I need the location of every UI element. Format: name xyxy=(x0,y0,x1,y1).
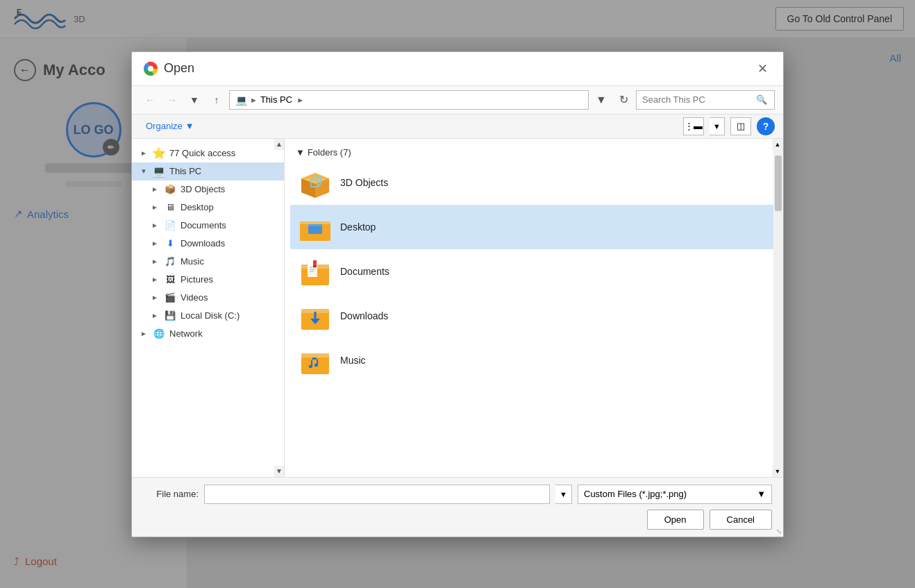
file-open-dialog: Open ✕ ← → ▼ ↑ 💻 ► This PC ► ▼ ↻ 🔍 xyxy=(131,51,784,537)
folder-desktop-icon xyxy=(299,210,332,244)
sidebar-item-local-disk[interactable]: ► 💾 Local Disk (C:) xyxy=(132,307,284,325)
sidebar-item-desktop[interactable]: ► 🖥 Desktop xyxy=(132,199,284,217)
nav-recent-dropdown-button[interactable]: ▼ xyxy=(185,90,204,110)
expand-icon: ► xyxy=(151,185,160,193)
desktop-label: Desktop xyxy=(181,202,214,212)
3d-objects-icon: 📦 xyxy=(164,183,176,196)
this-pc-label: This PC xyxy=(169,166,201,176)
svg-rect-14 xyxy=(300,221,330,224)
expand-icon: ► xyxy=(151,312,160,319)
address-dropdown-button[interactable]: ▼ xyxy=(591,90,611,110)
folder-desktop-label: Desktop xyxy=(340,221,376,233)
expand-icon: ▼ xyxy=(140,167,149,175)
music-icon: 🎵 xyxy=(164,255,176,268)
view-options-button[interactable]: ⋮▬ xyxy=(683,117,704,135)
dialog-titlebar: Open ✕ xyxy=(132,52,783,86)
expand-icon: ► xyxy=(151,258,160,265)
resize-grip[interactable]: ⤡ xyxy=(776,528,782,535)
downloads-label: Downloads xyxy=(181,238,225,249)
folders-collapse-icon: ▼ xyxy=(296,147,305,158)
view-icon: ⋮▬ xyxy=(685,121,703,131)
svg-point-2 xyxy=(148,66,153,72)
folder-documents[interactable]: Documents xyxy=(290,249,778,294)
folder-downloads-label: Downloads xyxy=(340,310,388,321)
dialog-toolbar: Organize ▼ ⋮▬ ▼ ◫ ? xyxy=(132,115,783,139)
files-scroll-down-button[interactable]: ▼ xyxy=(772,466,783,477)
search-box: 🔍 xyxy=(636,90,775,110)
desktop-icon: 🖥 xyxy=(164,201,176,214)
address-text: This PC xyxy=(260,94,292,105)
sidebar-item-3d-objects[interactable]: ► 📦 3D Objects xyxy=(132,180,284,199)
svg-rect-30 xyxy=(301,353,329,358)
chrome-logo-icon xyxy=(143,61,158,76)
filename-input[interactable] xyxy=(204,485,550,504)
folder-music[interactable]: Music xyxy=(290,338,778,383)
expand-icon: ► xyxy=(140,149,149,157)
address-arrow: ► xyxy=(250,96,258,104)
filename-dropdown-button[interactable]: ▼ xyxy=(555,485,572,504)
address-bar[interactable]: 💻 ► This PC ► xyxy=(229,90,589,110)
files-scroll-up-button[interactable]: ▲ xyxy=(772,139,783,150)
sidebar-scroll-up-button[interactable]: ▲ xyxy=(274,139,284,150)
expand-icon: ► xyxy=(151,240,160,247)
nav-up-button[interactable]: ↑ xyxy=(207,90,226,110)
sidebar-item-this-pc[interactable]: ▼ 💻 This PC xyxy=(132,162,284,180)
folders-header[interactable]: ▼ Folders (7) xyxy=(290,144,778,160)
dialog-files-panel: ▲ ▼ Folders (7) xyxy=(285,139,783,477)
organize-button[interactable]: Organize ▼ xyxy=(140,119,200,133)
open-button[interactable]: Open xyxy=(647,510,704,530)
address-arrow2: ► xyxy=(296,96,304,104)
folder-3d-objects-icon xyxy=(299,166,332,199)
preview-pane-button[interactable]: ◫ xyxy=(730,117,751,135)
quick-access-label: 77 Quick access xyxy=(169,148,235,158)
nav-back-button[interactable]: ← xyxy=(140,90,160,110)
sidebar-item-pictures[interactable]: ► 🖼 Pictures xyxy=(132,271,284,289)
files-scroll-thumb[interactable] xyxy=(775,156,782,211)
expand-icon: ► xyxy=(140,330,149,337)
documents-icon: 📄 xyxy=(164,219,176,232)
files-scrollbar[interactable] xyxy=(773,150,783,466)
folders-header-label: Folders (7) xyxy=(308,147,351,158)
expand-icon: ► xyxy=(151,203,160,211)
folder-music-label: Music xyxy=(340,355,366,366)
filetype-dropdown-icon: ▼ xyxy=(757,489,766,499)
search-input[interactable] xyxy=(642,94,753,105)
sidebar-item-downloads[interactable]: ► ⬇ Downloads xyxy=(132,235,284,253)
organize-label: Organize xyxy=(146,121,183,131)
dialog-body: ▲ ► ⭐ 77 Quick access ▼ 💻 This PC ► 📦 xyxy=(132,139,783,477)
folder-downloads[interactable]: Downloads xyxy=(290,294,778,338)
videos-icon: 🎬 xyxy=(164,292,176,304)
local-disk-icon: 💾 xyxy=(164,310,176,322)
videos-label: Videos xyxy=(181,292,208,303)
downloads-icon: ⬇ xyxy=(164,237,176,250)
close-dialog-button[interactable]: ✕ xyxy=(753,59,772,78)
filetype-select[interactable]: Custom Files (*.jpg;*.png) ▼ xyxy=(578,485,772,504)
expand-icon: ► xyxy=(151,294,160,301)
sidebar-item-documents[interactable]: ► 📄 Documents xyxy=(132,217,284,235)
pane-icon: ◫ xyxy=(737,121,745,131)
folder-desktop[interactable]: Desktop xyxy=(290,205,778,249)
dialog-left-panel: ▲ ► ⭐ 77 Quick access ▼ 💻 This PC ► 📦 xyxy=(132,139,285,477)
sidebar-item-quick-access[interactable]: ► ⭐ 77 Quick access xyxy=(132,144,284,162)
local-disk-label: Local Disk (C:) xyxy=(181,310,240,321)
view-dropdown-button[interactable]: ▼ xyxy=(710,117,725,135)
pictures-label: Pictures xyxy=(181,274,213,285)
folder-documents-icon xyxy=(299,255,332,288)
cancel-button[interactable]: Cancel xyxy=(710,510,772,530)
refresh-button[interactable]: ↻ xyxy=(614,90,633,110)
sidebar-item-music[interactable]: ► 🎵 Music xyxy=(132,253,284,271)
pictures-icon: 🖼 xyxy=(164,274,176,286)
expand-icon: ► xyxy=(151,276,160,283)
help-button[interactable]: ? xyxy=(757,117,775,135)
sidebar-scroll-down-button[interactable]: ▼ xyxy=(274,466,284,477)
quick-access-icon: ⭐ xyxy=(153,147,165,160)
sidebar-item-network[interactable]: ► 🌐 Network xyxy=(132,325,284,343)
documents-label: Documents xyxy=(181,220,226,230)
help-icon: ? xyxy=(763,121,769,132)
sidebar-item-videos[interactable]: ► 🎬 Videos xyxy=(132,289,284,307)
folder-3d-objects[interactable]: 3D Objects xyxy=(290,160,778,205)
dialog-bottom-bar: File name: ▼ Custom Files (*.jpg;*.png) … xyxy=(132,477,783,537)
folder-3d-objects-label: 3D Objects xyxy=(340,177,388,188)
search-icon: 🔍 xyxy=(756,94,767,105)
nav-forward-button[interactable]: → xyxy=(162,90,182,110)
